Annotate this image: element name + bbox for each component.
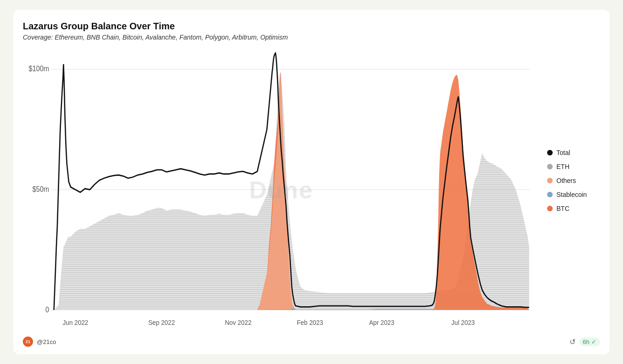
legend-label-stablecoin: Stablecoin [556,191,587,198]
card: Lazarus Group Balance Over Time Coverage… [14,10,609,354]
check-icon: ✓ [591,338,596,345]
svg-text:$100m: $100m [29,65,49,73]
legend-dot-btc [547,206,553,211]
refresh-icon[interactable]: ↺ [569,337,576,346]
legend-label-total: Total [556,149,570,156]
svg-text:Sep 2022: Sep 2022 [148,318,175,326]
legend-dot-total [547,150,553,155]
chart-container: Dune $100m $50m 0 [23,48,540,331]
legend-item-others: Others [547,177,600,184]
svg-text:Apr 2023: Apr 2023 [369,318,394,326]
legend-dot-eth [547,164,553,169]
legend-item-btc: BTC [547,205,600,212]
legend-label-btc: BTC [556,205,569,212]
legend-dot-others [547,178,553,183]
refresh-label: 6h [583,338,589,345]
chart-svg: $100m $50m 0 Jun 2022 Sep 2022 Nov 2022 … [23,48,540,331]
footer-handle: @21co [37,338,56,345]
chart-legend: Total ETH Others Stablecoin BTC [540,48,600,331]
chart-subtitle: Coverage: Ethereum, BNB Chain, Bitcoin, … [23,34,600,41]
footer-right: ↺ 6h ✓ [569,337,600,346]
svg-text:Jun 2022: Jun 2022 [63,318,88,326]
svg-text:Feb 2023: Feb 2023 [297,318,323,326]
footer-logo: 21 [23,337,33,347]
svg-text:0: 0 [46,305,49,314]
footer-left: 21 @21co [23,337,56,347]
legend-item-total: Total [547,149,600,156]
svg-text:Nov 2022: Nov 2022 [225,318,251,326]
chart-area: Dune $100m $50m 0 [23,48,600,331]
svg-text:Jul 2023: Jul 2023 [451,318,475,326]
footer: 21 @21co ↺ 6h ✓ [23,335,600,347]
chart-title: Lazarus Group Balance Over Time [23,21,600,32]
legend-item-eth: ETH [547,163,600,170]
legend-dot-stablecoin [547,192,553,197]
legend-label-others: Others [556,177,576,184]
refresh-badge: 6h ✓ [579,337,600,346]
legend-item-stablecoin: Stablecoin [547,191,600,198]
svg-text:$50m: $50m [33,185,49,193]
legend-label-eth: ETH [556,163,569,170]
